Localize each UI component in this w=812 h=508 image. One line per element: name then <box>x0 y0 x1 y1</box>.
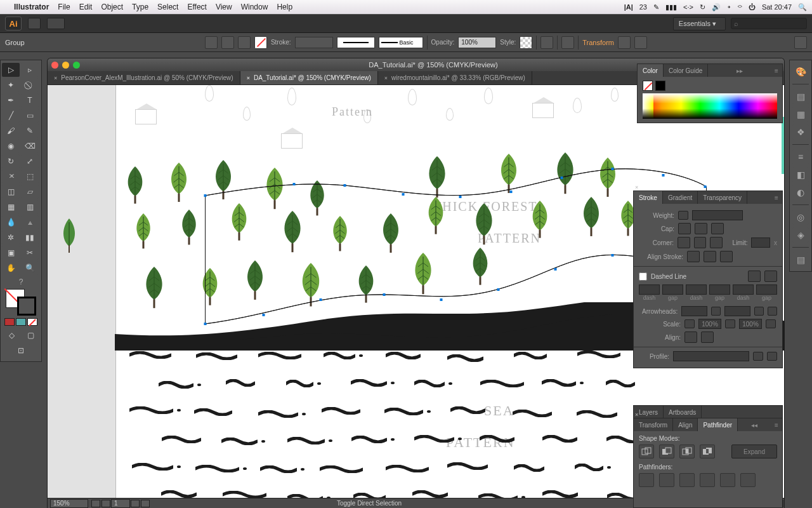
blob-brush-tool[interactable]: ◉ <box>2 139 20 153</box>
eyedropper-tool[interactable]: 💧 <box>2 215 20 229</box>
bridge-button[interactable] <box>28 18 41 29</box>
dash-align-btn[interactable] <box>764 271 777 282</box>
panel-collapse-btn[interactable]: ◂◂ <box>749 418 760 431</box>
stroke-weight-input[interactable] <box>295 37 333 48</box>
volume-icon[interactable]: 🔊 <box>712 3 721 11</box>
sync-icon[interactable]: ↻ <box>700 3 705 11</box>
align-center-btn[interactable] <box>687 251 700 262</box>
minus-back-btn[interactable] <box>740 473 756 487</box>
transparency-icon[interactable]: ◐ <box>792 185 809 200</box>
symbol-sprayer-tool[interactable]: ✲ <box>2 231 20 244</box>
panel-menu-btn[interactable]: ≡ <box>771 191 782 204</box>
transform-tab[interactable]: Transform <box>634 418 673 431</box>
fill-stroke-selector[interactable] <box>6 289 36 316</box>
panel-close-btn[interactable]: × <box>635 184 641 190</box>
trim-btn[interactable] <box>659 473 674 487</box>
minus-front-btn[interactable] <box>659 444 674 458</box>
dash-input[interactable] <box>733 284 754 295</box>
power-icon[interactable]: ⏻ <box>749 3 756 11</box>
close-icon[interactable]: × <box>384 75 388 81</box>
crop-btn[interactable] <box>700 473 715 487</box>
corner-round-btn[interactable] <box>694 237 707 248</box>
line-tool[interactable]: ╱ <box>2 109 20 123</box>
pencil-tool[interactable]: ✎ <box>21 124 39 138</box>
arrow-align-tip-btn[interactable] <box>684 331 697 343</box>
next-artboard-btn[interactable] <box>131 500 140 507</box>
type-tool[interactable]: T <box>21 93 39 107</box>
hand-tool[interactable]: ✋ <box>2 261 20 275</box>
arrow-start[interactable] <box>681 306 707 316</box>
direct-selection-tool[interactable]: ▹ <box>21 63 39 77</box>
rotate-tool[interactable]: ↻ <box>2 154 20 168</box>
arrange-docs-button[interactable] <box>47 18 65 29</box>
minimize-window-btn[interactable] <box>62 62 69 69</box>
bluetooth-icon[interactable]: ᛭ <box>727 3 731 11</box>
panel-menu-btn[interactable]: ≡ <box>771 418 782 431</box>
gradient-icon[interactable]: ◧ <box>792 167 809 182</box>
isolate-ctrl[interactable] <box>618 36 631 49</box>
unite-btn[interactable] <box>639 444 654 458</box>
menu-edit[interactable]: Edit <box>79 3 93 11</box>
rectangle-tool[interactable]: ▭ <box>21 109 39 123</box>
battery-icon[interactable]: ▮▮▮ <box>665 3 677 11</box>
paintbrush-tool[interactable]: 🖌 <box>2 124 20 138</box>
wifi-icon[interactable]: ⌔ <box>738 3 742 11</box>
artboard-tool[interactable]: ▣ <box>2 246 20 260</box>
brushes-icon[interactable]: ▤ <box>792 89 809 104</box>
lasso-tool[interactable]: ⃠ <box>21 78 39 92</box>
close-icon[interactable]: × <box>247 75 250 81</box>
arrow-scale-start[interactable]: 100% <box>698 319 721 329</box>
profile-flip-y[interactable] <box>767 352 777 361</box>
menu-window[interactable]: Window <box>241 3 268 11</box>
graphic-styles-icon[interactable]: ◈ <box>792 227 809 243</box>
expand-button[interactable]: Expand <box>731 444 777 458</box>
opacity-input[interactable]: 100% <box>458 37 496 48</box>
brush-definition[interactable]: Basic <box>379 37 423 48</box>
eraser-tool[interactable]: ⌫ <box>21 139 39 153</box>
gap-input[interactable] <box>709 284 730 295</box>
screen-mode-btn[interactable]: ▢ <box>22 328 39 342</box>
doc-tab-2[interactable]: ×wiredmountainillo.ai* @ 33.33% (RGB/Pre… <box>378 71 532 84</box>
color-tab[interactable]: Color <box>638 64 664 77</box>
close-icon[interactable]: × <box>54 75 57 81</box>
blend-tool[interactable]: ⟁ <box>21 215 39 229</box>
dash-preserve-btn[interactable] <box>748 271 761 282</box>
search-help-input[interactable]: ⌕ <box>731 18 807 29</box>
menu-object[interactable]: Object <box>101 3 123 11</box>
intersect-btn[interactable] <box>679 444 695 458</box>
shape-builder-tool[interactable]: ◫ <box>2 185 20 199</box>
stroke-icon[interactable]: ≡ <box>792 149 809 164</box>
arrow-scale-end-step[interactable] <box>725 319 735 328</box>
clock[interactable]: Sat 20:47 <box>762 3 792 11</box>
align-outside-btn[interactable] <box>720 251 733 262</box>
arrow-scale-end[interactable]: 100% <box>739 319 762 329</box>
change-screen-mode[interactable]: ⊡ <box>12 344 30 358</box>
color-themes-icon[interactable]: 🎨 <box>792 64 809 79</box>
panel-menu-btn[interactable]: ≡ <box>771 64 782 77</box>
menu-view[interactable]: View <box>216 3 232 11</box>
stroke-indicator[interactable] <box>655 81 665 91</box>
cap-square-btn[interactable] <box>711 223 724 234</box>
stroke-tab[interactable]: Stroke <box>634 191 663 204</box>
zoom-window-btn[interactable] <box>73 62 80 69</box>
arrow-end[interactable] <box>724 306 750 316</box>
corner-bevel-btn[interactable] <box>710 237 723 248</box>
align-tab[interactable]: Align <box>673 418 698 431</box>
stroke-width-profile[interactable] <box>337 37 375 48</box>
prev-artboard-btn[interactable] <box>102 500 110 507</box>
draw-mode-normal[interactable]: ◇ <box>3 328 20 342</box>
arrow-start-menu[interactable] <box>711 307 721 316</box>
pen-tool[interactable]: ✒ <box>2 93 20 107</box>
nofill-ctrl[interactable] <box>254 36 267 49</box>
dashed-checkbox[interactable] <box>639 272 647 281</box>
gap-input[interactable] <box>756 284 777 295</box>
panel-close-btn[interactable]: × <box>635 411 641 418</box>
zoom-tool[interactable]: 🔍 <box>21 261 39 275</box>
layers-icon[interactable]: ▤ <box>792 252 809 267</box>
cap-round-btn[interactable] <box>695 223 707 234</box>
stroke-swatch[interactable] <box>17 297 36 316</box>
menu-effect[interactable]: Effect <box>187 3 206 11</box>
selection-tool[interactable]: ▷ <box>2 63 20 77</box>
mesh-tool[interactable]: ▦ <box>2 200 20 214</box>
perspective-tool[interactable]: ▱ <box>21 185 39 199</box>
